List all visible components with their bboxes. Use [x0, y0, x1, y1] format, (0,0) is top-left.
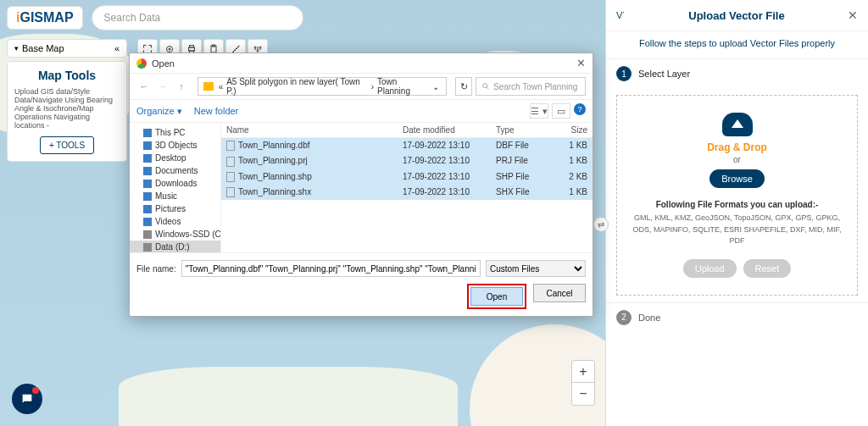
folder-icon [203, 82, 214, 91]
refresh-button[interactable]: ↻ [455, 77, 472, 96]
tree-item-icon [143, 192, 152, 201]
file-icon [226, 172, 235, 182]
tree-item[interactable]: Desktop [130, 152, 220, 164]
file-row[interactable]: Town_Planning.dbf17-09-2022 13:10DBF Fil… [221, 138, 593, 153]
tree-item-label: Music [155, 191, 177, 201]
tools-title: Map Tools [14, 69, 120, 82]
add-tools-button[interactable]: + TOOLS [40, 136, 94, 154]
col-name-header[interactable]: Name [221, 123, 398, 137]
step-number: 2 [616, 310, 632, 325]
panel-header: V˙ Upload Vector File ✕ [606, 0, 868, 31]
chat-button[interactable] [12, 384, 42, 414]
col-size-header[interactable]: Size [550, 123, 593, 137]
tree-item-icon [143, 218, 152, 226]
breadcrumb-item[interactable]: Town Planning [377, 77, 431, 96]
zoom-out-button[interactable]: − [572, 383, 594, 405]
file-list: Name Date modified Type Size Town_Planni… [221, 123, 593, 252]
zoom-in-button[interactable]: + [572, 361, 594, 383]
filename-input[interactable] [181, 260, 481, 277]
tree-item[interactable]: This PC [130, 126, 220, 139]
view-mode-button[interactable]: ☰ ▾ [530, 103, 548, 119]
svg-point-9 [257, 50, 259, 52]
cancel-button[interactable]: Cancel [533, 284, 586, 302]
filetype-filter[interactable]: Custom Files [486, 260, 586, 277]
vector-icon: V˙ [616, 10, 626, 20]
tree-item[interactable]: 3D Objects [130, 139, 220, 152]
svg-point-7 [254, 47, 256, 48]
svg-point-1 [169, 48, 170, 50]
tree-item[interactable]: Pictures [130, 202, 220, 215]
path-breadcrumb[interactable]: « A5 Split polygon in new layer( Town P.… [198, 77, 447, 96]
search-placeholder: Search Data [104, 12, 161, 24]
svg-point-8 [259, 47, 261, 48]
logo[interactable]: iGISMAP [7, 6, 83, 30]
filename-label: File name: [136, 264, 176, 274]
map-tools-panel: Map Tools Upload GIS data/Style Data/Nav… [7, 61, 127, 162]
nav-forward-button[interactable]: → [155, 79, 170, 94]
collapse-icon[interactable]: « [114, 43, 120, 53]
open-button[interactable]: Open [470, 287, 523, 306]
search-input[interactable]: Search Data [92, 5, 303, 30]
browse-button[interactable]: Browse [709, 169, 765, 188]
tree-item-icon [143, 141, 152, 150]
dropzone[interactable]: Drag & Drop or Browse Following File For… [616, 95, 858, 296]
dialog-close-button[interactable]: ✕ [576, 57, 586, 69]
tree-item-label: Documents [155, 166, 198, 175]
step-number: 1 [616, 66, 632, 81]
tree-item-label: Data (D:) [155, 242, 190, 252]
breadcrumb-item[interactable]: A5 Split polygon in new layer( Town P.) [226, 77, 368, 96]
tree-item[interactable]: Windows-SSD (C [130, 228, 220, 241]
help-button[interactable]: ? [574, 103, 586, 115]
tree-item-icon [143, 129, 152, 137]
organize-menu[interactable]: Organize ▾ [136, 106, 182, 117]
file-open-dialog: Open ✕ ← → ↑ « A5 Split polygon in new l… [129, 53, 593, 317]
panel-title: Upload Vector File [626, 9, 848, 22]
basemap-dropdown[interactable]: ▾ Base Map « [7, 39, 127, 58]
preview-pane-button[interactable]: ▭ [552, 103, 570, 119]
tools-desc: Upload GIS data/Style Data/Navigate Usin… [14, 87, 120, 130]
new-folder-button[interactable]: New folder [194, 106, 239, 116]
dialog-titlebar: Open ✕ [130, 53, 593, 73]
panel-resize-handle[interactable]: ⇄ [593, 217, 609, 232]
tree-item[interactable]: Music [130, 190, 220, 202]
file-icon [226, 157, 235, 167]
dialog-footer: File name: Custom Files Open Cancel [130, 252, 593, 316]
nav-back-button[interactable]: ← [136, 79, 152, 94]
tree-item-label: Videos [155, 217, 181, 226]
svg-point-10 [483, 84, 487, 88]
tree-item[interactable]: Videos [130, 215, 220, 228]
tree-item-label: Downloads [155, 179, 197, 188]
tree-item[interactable]: Documents [130, 164, 220, 177]
col-type-header[interactable]: Type [491, 123, 550, 137]
dialog-title: Open [152, 58, 175, 69]
search-placeholder: Search Town Planning [493, 82, 577, 91]
tree-item-icon [143, 154, 152, 163]
tree-item-icon [143, 205, 152, 213]
tree-item-label: Pictures [155, 204, 186, 213]
step-label: Select Layer [638, 69, 690, 79]
file-row[interactable]: Town_Planning.prj17-09-2022 13:10PRJ Fil… [221, 153, 593, 169]
col-date-header[interactable]: Date modified [398, 123, 491, 137]
folder-tree[interactable]: This PC3D ObjectsDesktopDocumentsDownloa… [130, 123, 221, 252]
close-panel-button[interactable]: ✕ [848, 8, 858, 22]
file-list-header[interactable]: Name Date modified Type Size [221, 123, 593, 138]
panel-subtitle: Follow the steps to upload Vector Files … [606, 31, 868, 58]
file-row[interactable]: Town_Planning.shp17-09-2022 13:10SHP Fil… [221, 169, 593, 185]
tree-item[interactable]: Downloads [130, 177, 220, 190]
svg-rect-2 [189, 47, 195, 51]
file-row[interactable]: Town_Planning.shx17-09-2022 13:10SHX Fil… [221, 185, 593, 200]
nav-up-button[interactable]: ↑ [174, 79, 189, 94]
tree-item[interactable]: Data (D:) [130, 241, 220, 252]
step-select-layer[interactable]: 1 Select Layer [606, 58, 868, 88]
reset-button[interactable]: Reset [743, 259, 792, 278]
tree-item-icon [143, 167, 152, 175]
tree-item-icon [143, 243, 152, 252]
open-button-highlight: Open [467, 284, 526, 309]
dialog-nav: ← → ↑ « A5 Split polygon in new layer( T… [130, 73, 593, 100]
dropzone-title: Drag & Drop [626, 141, 849, 153]
upload-button[interactable]: Upload [683, 259, 737, 278]
step-done[interactable]: 2 Done [606, 302, 868, 332]
basemap-label: Base Map [22, 43, 64, 53]
tree-item-label: Desktop [155, 153, 186, 163]
dialog-search-input[interactable]: Search Town Planning [476, 77, 586, 96]
